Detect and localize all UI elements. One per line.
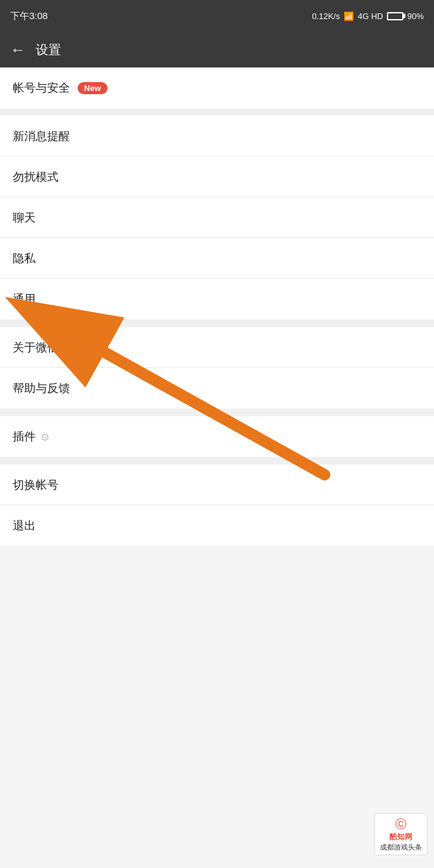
menu-item-new-message[interactable]: 新消息提醒 xyxy=(0,116,434,157)
privacy-label: 隐私 xyxy=(13,251,36,266)
new-message-label: 新消息提醒 xyxy=(13,129,70,144)
signal-label: 4G HD xyxy=(358,11,383,21)
menu-item-help[interactable]: 帮助与反馈 xyxy=(0,368,434,409)
status-bar: 下午3:08 0.12K/s 📶 4G HD 90% xyxy=(0,0,434,32)
help-label: 帮助与反馈 xyxy=(13,381,70,396)
signal-icon: 📶 xyxy=(344,11,354,21)
dnd-label: 勿扰模式 xyxy=(13,169,59,185)
battery-body-icon xyxy=(387,12,403,20)
battery-indicator xyxy=(387,12,403,20)
about-label: 关于微信 xyxy=(13,340,59,355)
menu-item-dnd[interactable]: 勿扰模式 xyxy=(0,157,434,197)
general-label: 通用 xyxy=(13,291,36,307)
status-time: 下午3:08 xyxy=(10,10,48,22)
watermark-top: 酷知网 xyxy=(389,832,412,843)
menu-item-chat[interactable]: 聊天 xyxy=(0,197,434,238)
menu-item-account-security[interactable]: 帐号与安全 New xyxy=(0,67,434,108)
menu-item-switch-account[interactable]: 切换帐号 xyxy=(0,465,434,505)
page-title: 设置 xyxy=(36,41,61,59)
watermark: ⓒ 酷知网 成都游戏头条 xyxy=(374,813,428,855)
account-security-label: 帐号与安全 xyxy=(13,80,70,95)
section-account-actions: 切换帐号 退出 xyxy=(0,465,434,546)
nav-bar: ← 设置 xyxy=(0,32,434,67)
menu-item-privacy[interactable]: 隐私 xyxy=(0,238,434,279)
watermark-bottom: 成都游戏头条 xyxy=(380,843,422,852)
section-about: 关于微信 帮助与反馈 xyxy=(0,327,434,409)
new-badge: New xyxy=(78,82,108,94)
switch-account-label: 切换帐号 xyxy=(13,477,59,493)
menu-item-about[interactable]: 关于微信 xyxy=(0,327,434,368)
menu-item-logout[interactable]: 退出 xyxy=(0,505,434,546)
menu-item-general[interactable]: 通用 xyxy=(0,279,434,319)
plugin-icon: ⊙ xyxy=(41,431,49,443)
plugin-label: 插件 xyxy=(13,429,36,444)
section-account: 帐号与安全 New xyxy=(0,67,434,108)
battery-percent: 90% xyxy=(407,11,424,21)
section-plugin: 插件 ⊙ xyxy=(0,416,434,457)
status-right: 0.12K/s 📶 4G HD 90% xyxy=(312,11,424,21)
logout-label: 退出 xyxy=(13,518,36,533)
content: 帐号与安全 New 新消息提醒 勿扰模式 聊天 隐私 通用 关于微信 帮助与反馈 xyxy=(0,67,434,546)
chat-label: 聊天 xyxy=(13,210,36,225)
back-button[interactable]: ← xyxy=(10,42,25,57)
menu-item-plugin[interactable]: 插件 ⊙ xyxy=(0,416,434,457)
watermark-icon: ⓒ xyxy=(395,816,407,832)
section-notifications: 新消息提醒 勿扰模式 聊天 隐私 通用 xyxy=(0,116,434,319)
network-speed: 0.12K/s xyxy=(312,11,340,21)
